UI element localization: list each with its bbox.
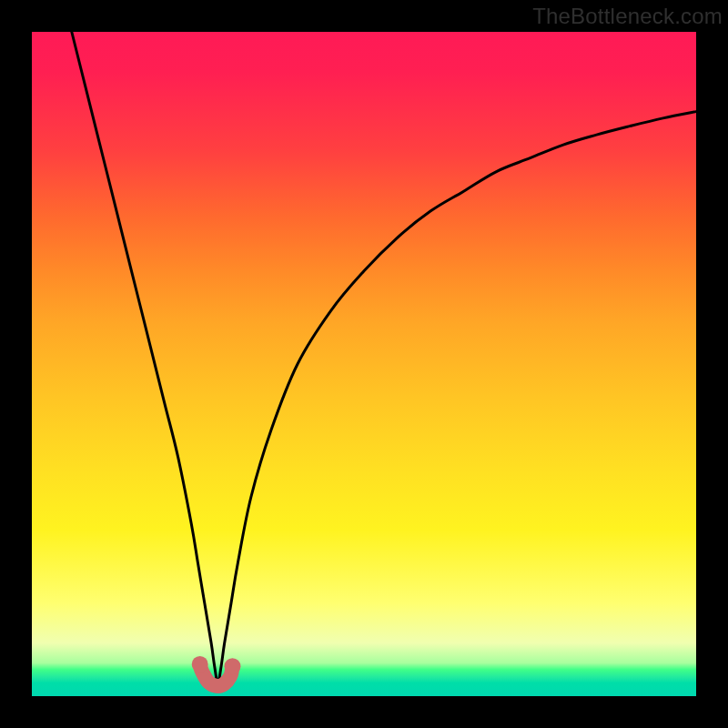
chart-frame: TheBottleneck.com [0,0,728,728]
optimal-marker-endpoint [192,656,208,672]
bottleneck-curve [72,32,696,682]
optimal-marker-endpoint [224,658,240,674]
curve-layer [32,32,696,696]
watermark-text: TheBottleneck.com [532,4,723,29]
